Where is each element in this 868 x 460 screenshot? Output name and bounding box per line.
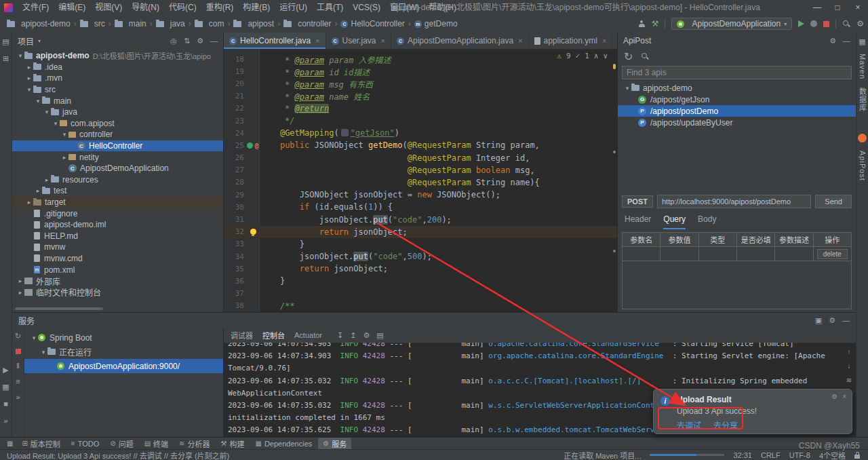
toolwindow-button-TODO[interactable]: ≡TODO xyxy=(66,438,104,450)
settings-gear-icon[interactable]: ⚙ xyxy=(829,37,836,45)
console-tab-调试器[interactable]: 调试器 xyxy=(231,330,253,341)
toolwindow-button-问题[interactable]: ⊘问题 xyxy=(105,438,138,450)
hide-panel-icon[interactable]: — xyxy=(843,37,850,45)
code-line-24[interactable]: 24 @GetMapping("getJson") xyxy=(224,127,617,139)
service-item-Spring Boot[interactable]: ▾Spring Boot xyxy=(24,330,223,345)
expand-arrow-icon[interactable]: ▾ xyxy=(16,52,24,59)
breadcrumb-item[interactable]: CHelloController xyxy=(339,19,406,28)
run-button[interactable] xyxy=(798,20,804,27)
favorites-toolwindow-icon[interactable]: ■ xyxy=(3,400,8,408)
code-line-38[interactable]: 38 /** xyxy=(224,300,617,312)
editor-tab-application.yml[interactable]: application.yml× xyxy=(529,33,613,49)
code-line-20[interactable]: 20 * @param msg 有东西 xyxy=(224,77,617,90)
breadcrumb-item[interactable]: main xyxy=(113,19,148,28)
param-cell[interactable] xyxy=(623,247,660,261)
project-item-HelloController[interactable]: CHelloController xyxy=(12,140,223,152)
code-line-26[interactable]: 26 @RequestParam Integer id, xyxy=(224,152,617,164)
project-item-HELP.md[interactable]: HELP.md xyxy=(12,231,223,242)
debug-button[interactable] xyxy=(810,20,817,27)
prev-issue-icon[interactable]: ∧ xyxy=(594,52,599,60)
request-tab-Body[interactable]: Body xyxy=(698,214,716,229)
expand-arrow-icon[interactable]: ▸ xyxy=(16,277,24,284)
expand-arrow-icon[interactable]: ▾ xyxy=(52,120,60,127)
code-line-23[interactable]: 23 */ xyxy=(224,115,617,127)
breadcrumb-item[interactable]: apipost-demo xyxy=(5,19,72,28)
code-lines[interactable]: 18 * @param param 入参描述19 * @param id id描… xyxy=(224,49,617,312)
grid-toolwindow-icon[interactable]: ▦ xyxy=(859,38,865,45)
menu-item[interactable]: 重构(R) xyxy=(201,0,239,15)
soft-wrap-icon[interactable]: ≋ xyxy=(846,377,852,384)
project-item-controller[interactable]: ▾controller xyxy=(12,129,223,140)
mapping-marker-icon[interactable] xyxy=(247,142,253,149)
project-item-apipost-demo.iml[interactable]: apipost-demo.iml xyxy=(12,219,223,231)
breadcrumb-item[interactable]: java xyxy=(155,19,186,28)
maximize-button[interactable]: □ xyxy=(827,0,848,15)
editor-tab-ap...[interactable]: Cap...× xyxy=(612,33,617,49)
scroll-up-icon[interactable]: ↑ xyxy=(848,348,851,356)
lock-icon[interactable] xyxy=(854,455,860,459)
user-icon[interactable] xyxy=(638,20,646,28)
menu-item[interactable]: 编辑(E) xyxy=(54,0,90,15)
code-line-37[interactable]: 37 xyxy=(224,288,617,300)
minimize-button[interactable]: — xyxy=(807,0,827,15)
database-toolwindow-button[interactable]: 数据库 xyxy=(857,88,868,112)
project-toolwindow-icon[interactable]: ▤ xyxy=(2,38,9,45)
close-tab-icon[interactable]: × xyxy=(602,37,606,45)
console-tab-Actuator[interactable]: Actuator xyxy=(294,331,322,339)
project-item-main[interactable]: ▾main xyxy=(12,95,223,107)
project-item-mvnw[interactable]: mvnw xyxy=(12,242,223,253)
expand-arrow-icon[interactable]: ▸ xyxy=(60,154,68,161)
expand-arrow-icon[interactable]: ▾ xyxy=(43,109,51,115)
api-tree-root[interactable]: ▾apipost-demo xyxy=(618,82,856,94)
param-cell[interactable]: delete xyxy=(814,247,851,261)
editor-tab-HelloController.java[interactable]: CHelloController.java× xyxy=(224,33,326,49)
stripe-mark[interactable] xyxy=(613,250,616,252)
api-item-/apipost/postDemo[interactable]: P/apipost/postDemo xyxy=(618,105,856,117)
menu-item[interactable]: 视图(V) xyxy=(90,0,127,15)
breadcrumb-item[interactable]: apipost xyxy=(232,19,275,28)
param-cell[interactable] xyxy=(775,247,813,261)
breadcrumb-item[interactable]: mgetDemo xyxy=(413,19,459,28)
settings-gear-icon[interactable]: ⚙ xyxy=(829,316,835,325)
project-item-.idea[interactable]: ▸.idea xyxy=(12,62,223,73)
stop-icon[interactable] xyxy=(16,349,21,354)
rerun-icon[interactable]: ↻ xyxy=(15,332,21,341)
expand-arrow-icon[interactable]: ▾ xyxy=(39,349,47,356)
search-icon[interactable] xyxy=(641,52,649,60)
code-line-21[interactable]: 21 * @param name 姓名 xyxy=(224,90,617,102)
code-line-28[interactable]: 28 @RequestParam String name){ xyxy=(224,176,617,189)
expand-arrow-icon[interactable]: ▾ xyxy=(34,98,42,104)
editor-tab-ApipostDemoApplication.java[interactable]: CApipostDemoApplication.java× xyxy=(391,33,529,49)
project-item-外部库[interactable]: ▸外部库 xyxy=(12,275,223,287)
delete-row-button[interactable]: delete xyxy=(817,249,848,259)
menu-item[interactable]: 运行(U) xyxy=(275,0,312,15)
settings-gear-icon[interactable]: ⚙ xyxy=(856,19,864,28)
intention-bulb-icon[interactable] xyxy=(250,229,256,235)
project-item-src[interactable]: ▾src xyxy=(12,84,223,96)
caret-position[interactable]: 32:31 xyxy=(733,451,752,459)
scroll-to-end-icon[interactable]: ↧ xyxy=(337,331,343,340)
code-line-34[interactable]: 34 jsonObject.put("code",500); xyxy=(224,250,617,263)
code-line-35[interactable]: 35 return jsonObject; xyxy=(224,263,617,275)
code-line-29[interactable]: 29 JSONObject jsonObject = new JSONObjec… xyxy=(224,189,617,201)
menu-item[interactable]: 工具(T) xyxy=(312,0,348,15)
scroll-to-top-icon[interactable]: ↥ xyxy=(350,331,356,340)
pause-icon[interactable]: ‖ xyxy=(16,362,20,370)
expand-arrow-icon[interactable]: ▾ xyxy=(623,85,631,92)
settings-gear-icon[interactable]: ⚙ xyxy=(831,393,837,400)
refresh-icon[interactable]: ↻ xyxy=(624,50,633,63)
param-cell[interactable] xyxy=(699,247,737,261)
expand-arrow-icon[interactable]: ▸ xyxy=(34,187,42,194)
menu-item[interactable]: VCS(S) xyxy=(348,0,385,15)
line-separator[interactable]: CRLF xyxy=(761,451,781,459)
hide-panel-icon[interactable]: — xyxy=(210,37,218,45)
build-hammer-icon[interactable]: ⚒ xyxy=(652,19,659,28)
collapse-all-icon[interactable]: ⇅ xyxy=(184,37,190,45)
folded-value-icon[interactable] xyxy=(341,129,349,136)
breadcrumb-item[interactable]: com xyxy=(193,19,226,28)
toolwindow-button-Dependencies[interactable]: ▦Dependencies xyxy=(250,438,317,450)
code-line-36[interactable]: 36 } xyxy=(224,275,617,287)
close-button[interactable]: × xyxy=(848,0,868,15)
code-line-33[interactable]: 33 } xyxy=(224,238,617,250)
code-line-32[interactable]: 32 return jsonObject; xyxy=(224,226,617,238)
